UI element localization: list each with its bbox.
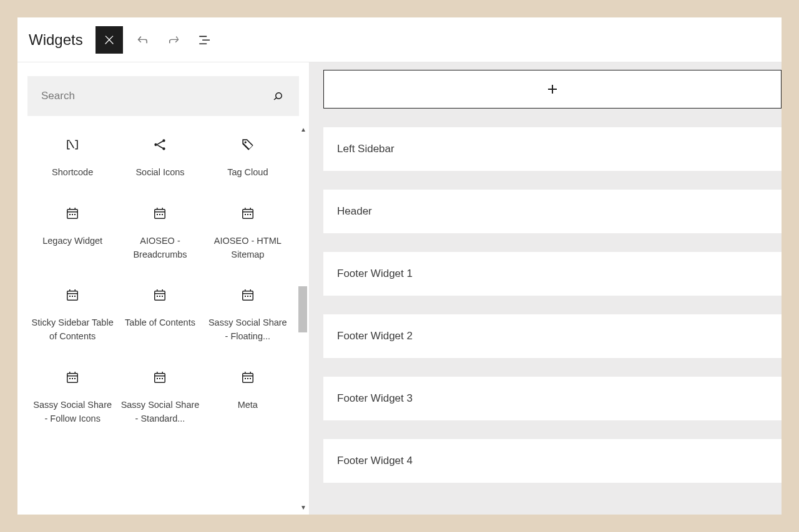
- scroll-up-arrow-icon[interactable]: ▲: [300, 122, 306, 137]
- shortcode-icon: [64, 132, 81, 157]
- block-item[interactable]: Sticky Sidebar Table of Contents: [29, 280, 116, 346]
- search-icon: [270, 89, 285, 104]
- block-item-label: AIOSEO - HTML Sitemap: [207, 235, 289, 262]
- scroll-track[interactable]: [298, 137, 309, 500]
- block-item[interactable]: Legacy Widget: [29, 198, 116, 264]
- undo-button[interactable]: [132, 29, 154, 51]
- calendar-icon: [152, 365, 167, 390]
- block-item[interactable]: AIOSEO - HTML Sitemap: [204, 198, 292, 264]
- widget-area[interactable]: Footer Widget 4: [323, 439, 782, 483]
- calendar-icon: [152, 201, 167, 226]
- block-item[interactable]: AIOSEO - Breadcrumbs: [116, 198, 203, 264]
- widget-areas-panel: Left SidebarHeaderFooter Widget 1Footer …: [310, 62, 782, 515]
- block-item-label: Sticky Sidebar Table of Contents: [31, 316, 114, 344]
- block-item[interactable]: Meta: [204, 362, 292, 428]
- block-item[interactable]: Tag Cloud: [204, 130, 292, 182]
- undo-icon: [135, 32, 151, 48]
- block-item[interactable]: Social Icons: [116, 130, 203, 182]
- add-block-area: [323, 70, 782, 109]
- widget-area[interactable]: Footer Widget 3: [323, 377, 782, 420]
- search-field-wrap: [27, 76, 299, 116]
- widget-area[interactable]: Footer Widget 2: [323, 314, 782, 358]
- calendar-icon: [240, 201, 255, 226]
- widgets-app: Widgets ShortcodeSocial Ic: [17, 17, 782, 515]
- block-item-label: Shortcode: [52, 166, 93, 180]
- scrollbar[interactable]: ▲ ▼: [298, 122, 309, 515]
- close-icon: [102, 33, 116, 47]
- calendar-icon: [152, 283, 167, 307]
- block-inserter-sidebar: ShortcodeSocial IconsTag CloudLegacy Wid…: [17, 62, 310, 515]
- block-list: ShortcodeSocial IconsTag CloudLegacy Wid…: [17, 122, 309, 515]
- add-block-button[interactable]: [323, 70, 782, 109]
- block-item-label: Legacy Widget: [42, 235, 102, 248]
- page-title: Widgets: [29, 31, 83, 49]
- widget-area[interactable]: Left Sidebar: [323, 127, 782, 171]
- top-bar: Widgets: [17, 17, 782, 62]
- block-item-label: Social Icons: [135, 166, 184, 180]
- block-item[interactable]: Sassy Social Share - Standard...: [116, 362, 203, 428]
- calendar-icon: [240, 365, 255, 390]
- block-item-label: Tag Cloud: [227, 166, 268, 180]
- block-item-label: AIOSEO - Breadcrumbs: [119, 235, 201, 262]
- plus-icon: [545, 82, 560, 97]
- block-item[interactable]: Table of Contents: [116, 280, 203, 346]
- calendar-icon: [65, 365, 80, 390]
- calendar-icon: [65, 283, 80, 307]
- calendar-icon: [65, 201, 80, 226]
- widget-area[interactable]: Header: [323, 190, 782, 233]
- widget-area[interactable]: Footer Widget 1: [323, 252, 782, 296]
- redo-button[interactable]: [163, 29, 185, 51]
- block-item-label: Meta: [238, 399, 258, 412]
- scroll-thumb[interactable]: [298, 286, 307, 332]
- redo-icon: [166, 32, 182, 48]
- calendar-icon: [240, 283, 255, 307]
- block-item[interactable]: Sassy Social Share - Floating...: [204, 280, 292, 346]
- body: ShortcodeSocial IconsTag CloudLegacy Wid…: [17, 62, 782, 515]
- list-view-button[interactable]: [194, 29, 217, 51]
- list-view-icon: [197, 32, 213, 48]
- close-inserter-button[interactable]: [96, 26, 123, 54]
- block-item[interactable]: Shortcode: [29, 130, 116, 182]
- block-item-label: Table of Contents: [125, 316, 195, 330]
- block-item-label: Sassy Social Share - Standard...: [119, 399, 201, 426]
- block-grid: ShortcodeSocial IconsTag CloudLegacy Wid…: [17, 122, 298, 515]
- search-wrap: [17, 62, 309, 122]
- scroll-down-arrow-icon[interactable]: ▼: [300, 500, 306, 515]
- block-item[interactable]: Sassy Social Share - Follow Icons: [29, 362, 116, 428]
- block-item-label: Sassy Social Share - Floating...: [207, 316, 289, 344]
- share-icon: [152, 132, 168, 157]
- block-item-label: Sassy Social Share - Follow Icons: [31, 399, 114, 426]
- tag-icon: [240, 132, 256, 157]
- search-input[interactable]: [41, 90, 270, 102]
